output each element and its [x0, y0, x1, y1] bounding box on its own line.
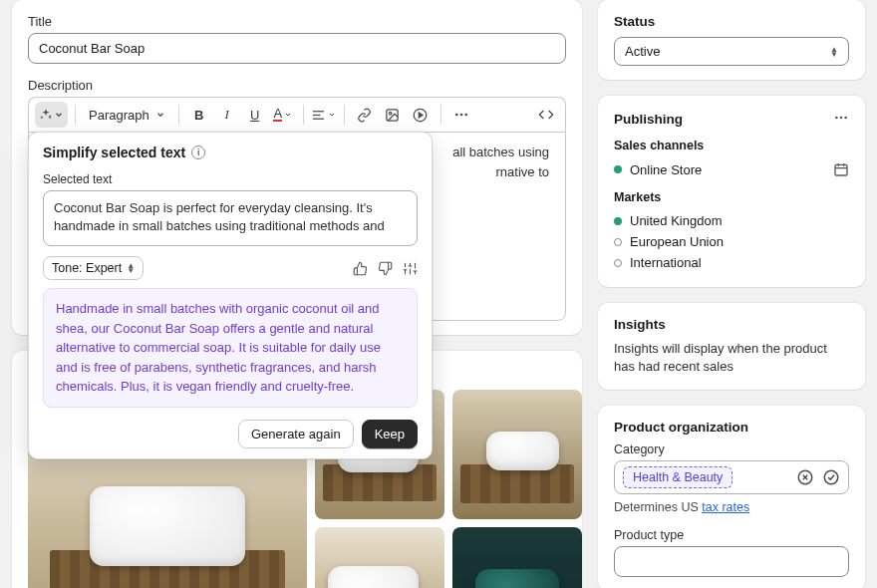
link-button[interactable] [352, 102, 378, 128]
insights-title: Insights [614, 317, 849, 332]
publishing-card: Publishing Sales channels Online Store M… [598, 96, 865, 287]
status-dot-icon [614, 217, 622, 225]
market-label: International [630, 255, 702, 270]
code-icon [538, 107, 554, 123]
ai-assist-button[interactable] [35, 102, 68, 128]
category-helper: Determines US tax rates [614, 500, 849, 514]
image-button[interactable] [380, 102, 406, 128]
toolbar-separator [178, 105, 179, 125]
organization-title: Product organization [614, 420, 849, 435]
product-info-card: Title Description Paragraph B I U [12, 0, 582, 335]
insights-body: Insights will display when the product h… [614, 340, 849, 376]
code-view-button[interactable] [533, 102, 559, 128]
ai-simplify-panel: Simplify selected text i Selected text C… [28, 132, 433, 459]
svg-point-8 [459, 114, 462, 117]
publishing-menu-button[interactable] [833, 110, 849, 129]
channel-row[interactable]: Online Store [614, 158, 849, 180]
align-left-icon [311, 108, 326, 123]
toolbar-separator [344, 105, 345, 125]
clear-icon[interactable] [796, 468, 814, 486]
svg-point-4 [390, 112, 393, 115]
market-label: European Union [630, 234, 724, 249]
more-formatting-button[interactable] [448, 102, 474, 128]
rich-text-toolbar: Paragraph B I U A [28, 97, 566, 132]
svg-point-21 [844, 117, 847, 120]
insights-card: Insights Insights will display when the … [598, 303, 865, 390]
toolbar-separator [303, 105, 304, 125]
market-row[interactable]: International [614, 252, 849, 273]
chevron-down-icon [328, 111, 336, 119]
tone-label: Tone: Expert [52, 261, 122, 275]
title-input[interactable] [28, 33, 566, 64]
market-row[interactable]: European Union [614, 231, 849, 252]
category-label: Category [614, 442, 849, 456]
svg-point-29 [824, 471, 838, 485]
selected-text-content: Coconut Bar Soap is perfect for everyday… [54, 200, 385, 233]
tone-selector[interactable]: Tone: Expert ▲▼ [43, 256, 144, 280]
play-circle-icon [413, 108, 428, 123]
selected-text-box[interactable]: Coconut Bar Soap is perfect for everyday… [43, 190, 418, 246]
market-row[interactable]: United Kingdom [614, 210, 849, 231]
ai-panel-title: Simplify selected text [43, 145, 185, 160]
media-thumbnail[interactable] [452, 390, 582, 519]
ai-suggestion-text: Handmade in small batches with organic c… [56, 301, 381, 394]
svg-point-7 [455, 114, 458, 117]
svg-marker-6 [419, 113, 423, 118]
status-label: Status [614, 14, 849, 29]
chevron-down-icon [284, 111, 292, 119]
channel-label: Online Store [630, 162, 702, 177]
tax-rates-link[interactable]: tax rates [702, 500, 749, 514]
product-type-label: Product type [614, 528, 849, 542]
generate-again-button[interactable]: Generate again [238, 420, 354, 448]
dots-horizontal-icon [833, 110, 849, 126]
chevron-down-icon [155, 110, 165, 120]
toolbar-separator [440, 105, 441, 125]
description-label: Description [28, 78, 566, 93]
settings-sliders-icon[interactable] [403, 261, 418, 276]
media-thumbnail[interactable] [452, 527, 582, 588]
sort-icon: ▲▼ [127, 263, 135, 273]
product-type-input[interactable] [614, 546, 849, 577]
thumbs-down-icon[interactable] [378, 261, 393, 276]
sales-channels-label: Sales channels [614, 139, 849, 152]
select-updown-icon: ▲▼ [830, 47, 838, 57]
status-dot-icon [614, 259, 622, 267]
info-icon[interactable]: i [191, 146, 205, 159]
status-card: Status Active ▲▼ [598, 0, 865, 80]
status-dot-icon [614, 165, 622, 173]
paragraph-style-select[interactable]: Paragraph [83, 104, 171, 127]
calendar-icon[interactable] [833, 161, 849, 177]
organization-card: Product organization Category Health & B… [598, 406, 865, 588]
category-input[interactable]: Health & Beauty [614, 460, 849, 494]
market-label: United Kingdom [630, 213, 723, 228]
text-color-button[interactable]: A [270, 102, 296, 128]
ai-suggestion-box: Handmade in small batches with organic c… [43, 288, 418, 408]
chevron-down-icon [54, 110, 64, 120]
svg-point-19 [835, 117, 838, 120]
thumbs-up-icon[interactable] [353, 261, 368, 276]
svg-point-20 [840, 117, 843, 120]
status-dot-icon [614, 238, 622, 246]
align-button[interactable] [311, 102, 337, 128]
video-button[interactable] [408, 102, 434, 128]
publishing-title: Publishing [614, 112, 683, 127]
category-tag[interactable]: Health & Beauty [623, 466, 732, 488]
svg-point-9 [464, 114, 467, 117]
bold-button[interactable]: B [186, 102, 212, 128]
svg-rect-22 [835, 164, 847, 175]
selected-text-label: Selected text [43, 172, 418, 186]
paragraph-style-label: Paragraph [89, 108, 149, 123]
italic-button[interactable]: I [214, 102, 240, 128]
status-select[interactable]: Active ▲▼ [614, 37, 849, 66]
image-icon [385, 108, 400, 123]
title-label: Title [28, 14, 566, 29]
keep-button[interactable]: Keep [362, 420, 418, 448]
link-icon [357, 108, 372, 123]
markets-label: Markets [614, 190, 849, 204]
dots-horizontal-icon [453, 107, 469, 123]
toolbar-separator [75, 105, 76, 125]
sparkle-icon [39, 108, 53, 122]
confirm-icon[interactable] [822, 468, 840, 486]
media-thumbnail[interactable] [315, 527, 444, 588]
underline-button[interactable]: U [242, 102, 268, 128]
